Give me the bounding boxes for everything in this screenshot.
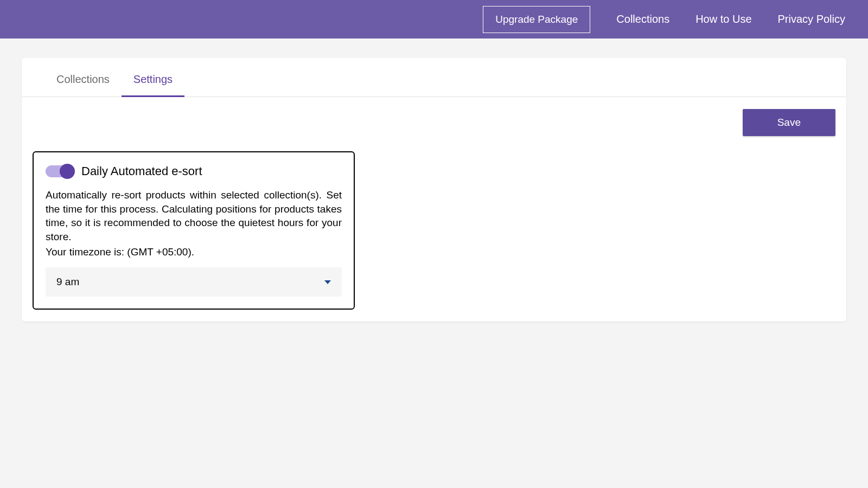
- toggle-knob: [60, 164, 75, 179]
- tab-settings[interactable]: Settings: [122, 58, 184, 97]
- header: Upgrade Package Collections How to Use P…: [0, 0, 868, 38]
- upgrade-package-button[interactable]: Upgrade Package: [483, 6, 590, 33]
- nav-how-to-use[interactable]: How to Use: [695, 13, 751, 25]
- save-button[interactable]: Save: [743, 109, 835, 136]
- chevron-down-icon: [324, 280, 331, 284]
- action-row: Save: [22, 97, 846, 136]
- nav-privacy-policy[interactable]: Privacy Policy: [778, 13, 845, 25]
- timezone-line: Your timezone is: (GMT +05:00).: [46, 245, 342, 259]
- tabs: Collections Settings: [22, 58, 846, 97]
- esort-description: Automatically re-sort products within se…: [46, 188, 342, 244]
- time-dropdown[interactable]: 9 am: [46, 267, 342, 297]
- esort-toggle-label: Daily Automated e-sort: [81, 164, 202, 178]
- tab-collections[interactable]: Collections: [44, 58, 122, 97]
- settings-box: Daily Automated e-sort Automatically re-…: [33, 151, 355, 310]
- nav-collections[interactable]: Collections: [616, 13, 669, 25]
- esort-toggle[interactable]: [46, 165, 74, 177]
- content-card: Collections Settings Save Daily Automate…: [22, 58, 846, 322]
- time-dropdown-value: 9 am: [56, 276, 79, 288]
- toggle-row: Daily Automated e-sort: [46, 164, 342, 178]
